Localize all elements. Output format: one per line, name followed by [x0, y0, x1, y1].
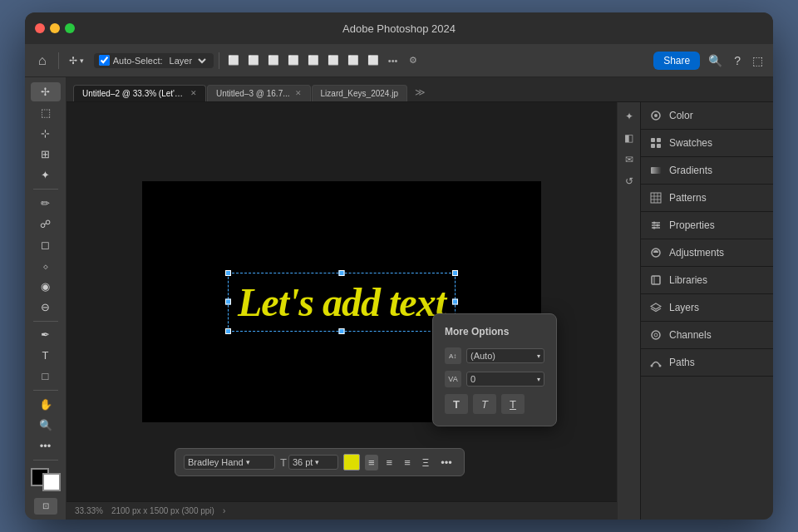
view-button[interactable]: ⬚ — [749, 51, 766, 71]
handle-bm[interactable] — [338, 328, 344, 334]
panel-layers-header[interactable]: Layers — [641, 294, 773, 321]
align-left-button[interactable]: ≡ — [365, 455, 378, 470]
blur-tool[interactable]: ◉ — [31, 277, 61, 296]
adjustments-svg-icon — [650, 247, 662, 259]
align-middle-icon[interactable]: ⬜ — [304, 52, 323, 70]
leading-icon: A↕ — [445, 347, 461, 364]
minimize-button[interactable] — [50, 23, 60, 33]
panel-properties-header[interactable]: Properties — [641, 212, 773, 239]
quick-mask[interactable]: ⊡ — [34, 498, 57, 515]
font-family-select[interactable]: Bradley Hand ▾ — [184, 455, 275, 470]
handle-ml[interactable] — [225, 299, 231, 305]
text-style-underline-button[interactable]: T — [501, 394, 525, 414]
pen-tool[interactable]: ✒ — [31, 325, 61, 344]
align-right-icon[interactable]: ⬜ — [264, 52, 283, 70]
settings-icon[interactable]: ⚙ — [404, 52, 422, 70]
panel-properties-section: Properties — [641, 212, 773, 239]
text-style-normal-button[interactable]: T — [445, 394, 468, 414]
align-right-button[interactable]: ≡ — [401, 455, 414, 470]
panel-icon-4[interactable]: ↺ — [620, 172, 638, 190]
move-tool[interactable]: ✢ — [31, 82, 61, 101]
leading-value: (Auto) — [470, 351, 495, 361]
status-bar: 33.33% 2100 px x 1500 px (300 ppi) › — [66, 501, 617, 520]
toolbar-separator-2 — [219, 52, 219, 69]
tab-untitled2-close[interactable]: ✕ — [190, 90, 197, 97]
panel-channels-header[interactable]: Channels — [641, 322, 773, 348]
panel-gradients-header[interactable]: Gradients — [641, 157, 773, 184]
canvas-area[interactable]: Let's add text — [66, 102, 617, 501]
text-layer[interactable]: Let's add text — [238, 279, 446, 325]
tracking-row: VA 0 ▾ — [445, 371, 544, 387]
panel-layers-section: Layers — [641, 294, 773, 322]
content-area: Let's add text — [66, 102, 773, 520]
lasso-tool[interactable]: ⊹ — [31, 124, 61, 143]
shape-tool[interactable]: □ — [31, 367, 61, 386]
tab-untitled2[interactable]: Untitled–2 @ 33.3% (Let's add text, RGB/… — [73, 85, 206, 101]
more-options-icon[interactable]: ••• — [384, 52, 402, 70]
align-left-icon[interactable]: ⬜ — [224, 52, 243, 70]
text-tool[interactable]: T — [31, 346, 61, 365]
fill-tool[interactable]: ⬦ — [31, 256, 61, 275]
tab-more-button[interactable]: ≫ — [410, 83, 431, 101]
handle-tm[interactable] — [338, 270, 344, 276]
doc-dimensions: 2100 px x 1500 px (300 ppi) — [111, 506, 214, 515]
help-button[interactable]: ? — [731, 51, 744, 71]
font-size-icon: T — [280, 456, 287, 469]
handle-bl[interactable] — [225, 328, 231, 334]
panel-icon-1[interactable]: ✦ — [620, 107, 638, 126]
close-button[interactable] — [35, 23, 45, 33]
move-tool-btn[interactable]: ✢ ▾ — [64, 52, 89, 70]
maximize-button[interactable] — [65, 23, 75, 33]
font-size-select[interactable]: 36 pt ▾ — [288, 455, 338, 470]
panel-adjustments-header[interactable]: Adjustments — [641, 239, 773, 266]
extra-tool[interactable]: ••• — [31, 436, 61, 456]
align-center-button[interactable]: ≡ — [383, 455, 397, 470]
handle-tl[interactable] — [225, 270, 231, 276]
handle-tr[interactable] — [452, 270, 458, 276]
crop-tool[interactable]: ⊞ — [31, 145, 61, 164]
panel-color-header[interactable]: Color — [641, 102, 773, 129]
patterns-svg-icon — [650, 192, 662, 204]
distribute-h-icon[interactable]: ⬜ — [344, 52, 362, 70]
panel-libraries-header[interactable]: Libraries — [641, 267, 773, 293]
panel-icon-2[interactable]: ◧ — [620, 129, 638, 147]
tracking-dropdown[interactable]: 0 ▾ — [466, 372, 544, 387]
zoom-tool[interactable]: 🔍 — [31, 416, 61, 435]
panel-swatches-header[interactable]: Swatches — [641, 130, 773, 156]
hand-tool[interactable]: ✋ — [31, 395, 61, 414]
svg-rect-6 — [657, 144, 661, 148]
tab-lizard[interactable]: Lizard_Keys_2024.jp — [312, 85, 407, 101]
text-options-button[interactable]: Ξ — [419, 455, 432, 470]
svg-text:A↕: A↕ — [449, 352, 456, 360]
eraser-tool[interactable]: ◻ — [31, 235, 61, 254]
color-panel-label: Color — [669, 110, 765, 121]
share-button[interactable]: Share — [653, 52, 700, 70]
select-tool[interactable]: ⬚ — [31, 103, 61, 122]
search-button[interactable]: 🔍 — [705, 51, 726, 71]
transform-icons: ⬜ ⬜ ⬜ ⬜ ⬜ ⬜ ⬜ ⬜ ••• ⚙ — [224, 52, 422, 70]
tab-untitled3[interactable]: Untitled–3 @ 16.7... ✕ — [207, 85, 311, 101]
handle-mr[interactable] — [452, 299, 458, 305]
leading-dropdown[interactable]: (Auto) ▾ — [466, 348, 544, 363]
brush-tool[interactable]: ✏ — [31, 194, 61, 213]
panel-patterns-header[interactable]: Patterns — [641, 185, 773, 211]
home-button[interactable]: ⌂ — [32, 50, 53, 71]
distribute-v-icon[interactable]: ⬜ — [364, 52, 382, 70]
tool-sep-1 — [33, 189, 58, 190]
text-style-italic-button[interactable]: T — [473, 394, 496, 414]
align-top-icon[interactable]: ⬜ — [284, 52, 303, 70]
eyedropper-tool[interactable]: ✦ — [31, 165, 61, 185]
align-center-h-icon[interactable]: ⬜ — [244, 52, 263, 70]
auto-select-dropdown[interactable]: Layer Group — [166, 55, 209, 66]
background-color[interactable] — [42, 473, 61, 491]
text-color-swatch[interactable] — [343, 454, 360, 470]
panel-icon-3[interactable]: ✉ — [620, 150, 638, 169]
leading-row: A↕ (Auto) ▾ — [445, 347, 544, 364]
tab-untitled3-close[interactable]: ✕ — [295, 90, 302, 97]
dodge-tool[interactable]: ⊖ — [31, 298, 61, 317]
panel-paths-header[interactable]: Paths — [641, 349, 773, 376]
clone-tool[interactable]: ☍ — [31, 214, 61, 234]
text-more-button[interactable]: ••• — [437, 455, 456, 470]
align-bottom-icon[interactable]: ⬜ — [324, 52, 342, 70]
auto-select-checkbox[interactable] — [99, 55, 110, 66]
